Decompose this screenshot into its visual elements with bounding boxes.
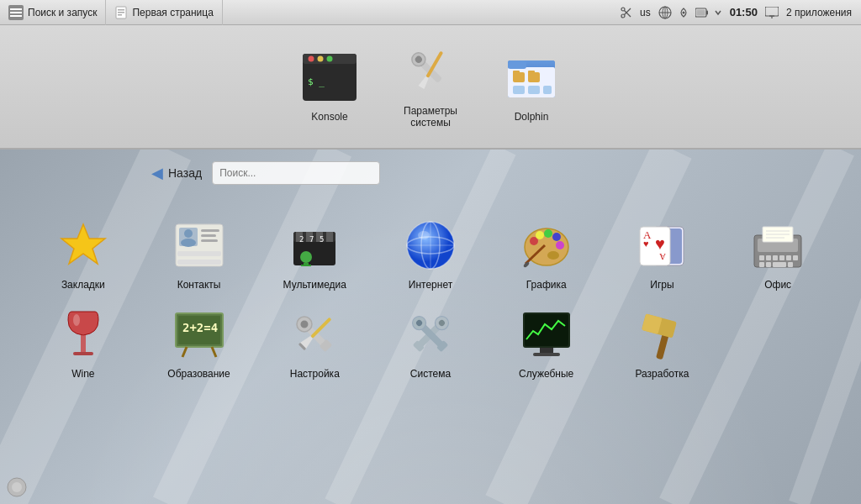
settings2-icon xyxy=(288,307,341,361)
svg-text:2: 2 xyxy=(299,235,304,244)
scissors-icon xyxy=(621,7,632,18)
svg-rect-43 xyxy=(528,86,540,94)
svg-point-25 xyxy=(309,56,314,62)
bookmarks-icon xyxy=(56,218,110,272)
svg-rect-6 xyxy=(118,12,124,13)
svg-rect-113 xyxy=(81,335,86,352)
screen-icon xyxy=(765,7,779,18)
svg-rect-126 xyxy=(310,317,331,338)
back-button[interactable]: ◀ Назад xyxy=(151,164,202,182)
app-graphics[interactable]: Графика xyxy=(489,210,605,299)
svg-marker-51 xyxy=(61,224,105,264)
svg-rect-2 xyxy=(10,12,22,13)
office-label: Офис xyxy=(764,279,791,291)
battery-icon xyxy=(695,8,709,18)
recent-app-dolphin[interactable]: Dolphin xyxy=(498,50,565,123)
office-icon xyxy=(751,218,805,272)
svg-text:♥: ♥ xyxy=(655,234,665,253)
network-icon xyxy=(677,6,690,19)
svg-point-9 xyxy=(621,8,625,11)
app-multimedia[interactable]: 2 7 5 Мультимедиа xyxy=(256,210,372,299)
svg-rect-42 xyxy=(513,86,525,94)
svg-rect-108 xyxy=(788,262,793,267)
games-icon: A ♥ A ♥ xyxy=(635,218,689,272)
app-system[interactable]: Система xyxy=(372,299,489,388)
svg-point-83 xyxy=(536,231,544,239)
wine-label: Wine xyxy=(71,368,94,380)
development-icon xyxy=(635,307,689,361)
svg-rect-101 xyxy=(773,255,778,260)
menu-button[interactable]: Поиск и запуск xyxy=(0,0,106,25)
dolphin-icon xyxy=(504,50,558,104)
svg-point-55 xyxy=(181,239,196,247)
svg-rect-41 xyxy=(528,71,535,74)
app-education[interactable]: 2+2=4 Образование xyxy=(141,299,257,388)
svg-point-16 xyxy=(682,11,684,13)
svg-point-85 xyxy=(552,233,561,241)
svg-point-145 xyxy=(12,482,22,492)
app-contacts[interactable]: Контакты xyxy=(141,210,257,299)
svg-point-27 xyxy=(327,56,333,62)
education-label: Образование xyxy=(167,368,230,380)
svg-rect-7 xyxy=(118,14,122,16)
wine-icon xyxy=(56,307,110,361)
svg-rect-99 xyxy=(759,255,764,260)
svg-rect-104 xyxy=(793,255,798,260)
svg-rect-105 xyxy=(759,262,764,267)
dolphin-label: Dolphin xyxy=(515,111,549,123)
language-icon xyxy=(658,6,672,19)
svg-rect-59 xyxy=(177,251,221,256)
svg-point-70 xyxy=(300,251,312,263)
settings2-label: Настройка xyxy=(290,368,340,380)
konsole-label: Konsole xyxy=(311,111,347,123)
svg-rect-140 xyxy=(533,353,560,356)
bottom-left-button[interactable] xyxy=(7,477,27,497)
svg-rect-107 xyxy=(773,262,786,267)
graphics-label: Графика xyxy=(526,279,567,291)
locale-label: us xyxy=(637,7,653,18)
menu-label: Поиск и запуск xyxy=(28,7,97,18)
page-button[interactable]: Первая страница xyxy=(106,0,222,25)
app-development[interactable]: Разработка xyxy=(605,299,721,388)
svg-rect-139 xyxy=(540,348,553,353)
app-settings2[interactable]: Настройка xyxy=(256,299,372,388)
taskbar: Поиск и запуск Первая страница us xyxy=(0,0,861,25)
contacts-label: Контакты xyxy=(177,279,221,291)
svg-rect-37 xyxy=(508,60,526,69)
utilities-label: Служебные xyxy=(519,368,573,380)
contacts-icon xyxy=(172,218,226,272)
svg-rect-102 xyxy=(779,255,784,260)
back-label: Назад xyxy=(168,166,202,180)
app-utilities[interactable]: Служебные xyxy=(489,299,605,388)
recent-apps-bar: $ _ Konsole Параметры системы xyxy=(0,25,861,150)
app-wine[interactable]: Wine xyxy=(25,299,141,388)
app-office[interactable]: Офис xyxy=(720,210,836,299)
multimedia-label: Мультимедиа xyxy=(283,279,346,291)
app-bookmarks[interactable]: Закладки xyxy=(25,210,141,299)
graphics-icon xyxy=(520,218,573,272)
app-internet[interactable]: Интернет xyxy=(372,210,489,299)
recent-app-konsole[interactable]: $ _ Konsole xyxy=(296,50,363,123)
development-label: Разработка xyxy=(635,368,689,380)
bookmarks-label: Закладки xyxy=(61,279,105,291)
apps-grid: Закладки Контакты xyxy=(0,202,861,396)
search-input[interactable] xyxy=(212,161,380,185)
multimedia-icon: 2 7 5 xyxy=(288,218,341,272)
svg-rect-106 xyxy=(766,262,771,267)
internet-label: Интернет xyxy=(409,279,452,291)
konsole-icon: $ _ xyxy=(303,54,357,101)
svg-line-121 xyxy=(212,347,216,357)
svg-point-26 xyxy=(318,56,324,62)
app-games[interactable]: A ♥ A ♥ Игры xyxy=(605,210,721,299)
svg-rect-60 xyxy=(177,260,221,265)
svg-rect-57 xyxy=(201,234,216,237)
svg-point-8 xyxy=(621,14,625,18)
svg-rect-1 xyxy=(10,8,22,10)
svg-point-86 xyxy=(556,241,564,249)
svg-rect-66 xyxy=(326,232,333,242)
svg-point-115 xyxy=(73,314,80,326)
svg-rect-100 xyxy=(766,255,771,260)
settings-label: Параметры системы xyxy=(404,105,457,129)
svg-text:7: 7 xyxy=(309,235,314,244)
recent-app-settings[interactable]: Параметры системы xyxy=(397,45,464,129)
